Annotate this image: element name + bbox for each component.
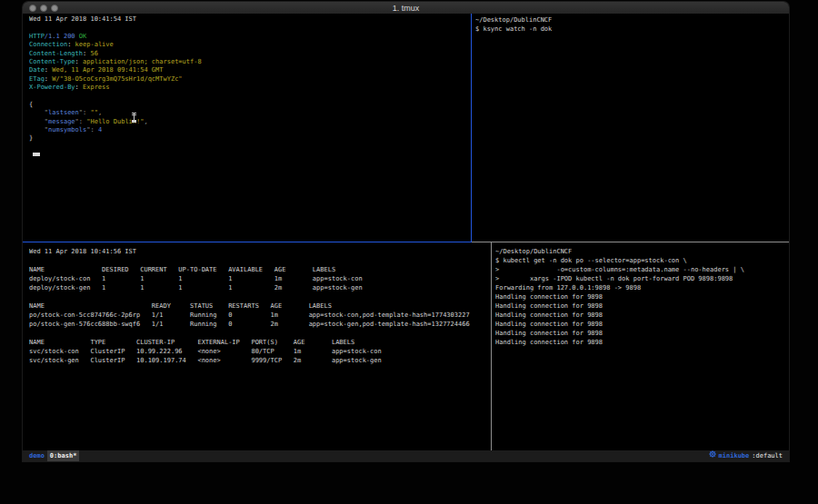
pane-ksync-watch[interactable]: ~/Desktop/DublinCNCF$ ksync watch -n dok: [475, 15, 789, 242]
terminal-line: ~/Desktop/DublinCNCF: [475, 15, 789, 25]
terminal-line: "numsymbols": 4: [29, 126, 470, 134]
terminal-line: Handling connection for 9898: [495, 292, 789, 301]
pane-divider-vertical-top[interactable]: [471, 14, 472, 242]
terminal-line: "lastseen": "",: [29, 109, 470, 117]
terminal-line: po/stock-con-5cc874766c-2p6rp 1/1 Runnin…: [29, 311, 491, 320]
terminal-line: {: [29, 101, 470, 109]
tmux-status-bar: demo 0:bash* minikube :default: [23, 450, 789, 461]
kube-context: minikube: [719, 450, 750, 461]
terminal-line: Handling connection for 9898: [495, 311, 789, 320]
terminal-line: Content-Type: application/json; charset=…: [29, 58, 470, 66]
terminal-line: Handling connection for 9898: [495, 329, 789, 338]
terminal-cursor: [33, 153, 40, 156]
terminal-line: Date: Wed, 11 Apr 2018 09:41:54 GMT: [29, 66, 470, 74]
terminal-line: NAME DESIRED CURRENT UP-TO-DATE AVAILABL…: [29, 265, 491, 274]
terminal-line: Forwarding from 127.0.0.1:9898 -> 9898: [495, 283, 789, 292]
terminal-line: HTTP/1.1 200 OK: [29, 33, 470, 41]
terminal-line: $ ksync watch -n dok: [475, 25, 789, 34]
terminal-line: NAME READY STATUS RESTARTS AGE LABELS: [29, 301, 491, 311]
terminal-line: Connection: keep-alive: [29, 41, 470, 49]
pane-divider-horizontal-left[interactable]: [23, 242, 472, 242]
mouse-ibeam-cursor: [132, 113, 136, 122]
kube-namespace: :default: [752, 450, 783, 461]
tmux-window-tab[interactable]: 0:bash*: [47, 450, 80, 461]
terminal-window: 1. tmux Wed 11 Apr 2018 10:41:54 IST HTT…: [23, 2, 789, 461]
terminal-line: [29, 93, 470, 101]
kubernetes-helm-icon: [709, 450, 716, 461]
pane-divider-vertical-bottom[interactable]: [491, 242, 492, 450]
terminal-line: NAME TYPE CLUSTER-IP EXTERNAL-IP PORT(S)…: [29, 338, 491, 347]
terminal-line: Handling connection for 9898: [495, 301, 789, 311]
terminal-line: > -o=custom-columns=:metadata.name --no-…: [495, 265, 789, 274]
terminal-line: po/stock-gen-576cc688bb-swqf6 1/1 Runnin…: [29, 320, 491, 329]
terminal-line: X-Powered-By: Express: [29, 84, 470, 92]
terminal-line: Wed 11 Apr 2018 10:41:56 IST: [29, 247, 491, 256]
desktop-background: 1. tmux Wed 11 Apr 2018 10:41:54 IST HTT…: [0, 0, 818, 504]
window-title: 1. tmux: [23, 4, 789, 13]
pane-port-forward[interactable]: ~/Desktop/DublinCNCF$ kubectl get -n dok…: [495, 247, 789, 450]
pane-divider-horizontal-right[interactable]: [472, 242, 789, 242]
terminal-line: [29, 256, 491, 265]
terminal-line: [29, 292, 491, 301]
terminal-line: [29, 329, 491, 338]
terminal-line: svc/stock-con ClusterIP 10.99.222.96 <no…: [29, 347, 491, 356]
terminal-line: "message": "Hello Dublin!",: [29, 118, 470, 126]
terminal-line: [29, 24, 470, 32]
terminal-line: deploy/stock-gen 1 1 1 1 2m app=stock-ge…: [29, 283, 491, 292]
terminal-line: Handling connection for 9898: [495, 320, 789, 329]
pane-kubectl-resources[interactable]: Wed 11 Apr 2018 10:41:56 IST NAME DESIRE…: [29, 247, 491, 450]
terminal-line: ~/Desktop/DublinCNCF: [495, 247, 789, 256]
traffic-lights: [29, 2, 58, 14]
terminal-line: > xargs -IPOD kubectl -n dok port-forwar…: [495, 274, 789, 283]
window-titlebar[interactable]: 1. tmux: [23, 2, 789, 14]
tmux-session-name: demo: [29, 450, 45, 461]
terminal-line: $ kubectl get -n dok po --selector=app=s…: [495, 256, 789, 265]
terminal-line: Content-Length: 56: [29, 50, 470, 58]
terminal-line: }: [29, 134, 470, 143]
terminal-line: Wed 11 Apr 2018 10:41:54 IST: [29, 15, 470, 24]
terminal-line: svc/stock-gen ClusterIP 10.109.197.74 <n…: [29, 356, 491, 365]
zoom-window-icon[interactable]: [51, 5, 58, 12]
minimize-window-icon[interactable]: [40, 5, 47, 12]
pane-http-response[interactable]: Wed 11 Apr 2018 10:41:54 IST HTTP/1.1 20…: [29, 15, 470, 242]
close-window-icon[interactable]: [29, 5, 36, 12]
terminal-line: deploy/stock-con 1 1 1 1 1m app=stock-co…: [29, 274, 491, 283]
terminal-line: ETag: W/"38-O5coCsrg3mQ75sHr1d/qcMTwYZc": [29, 75, 470, 84]
terminal-line: Handling connection for 9898: [495, 338, 789, 347]
